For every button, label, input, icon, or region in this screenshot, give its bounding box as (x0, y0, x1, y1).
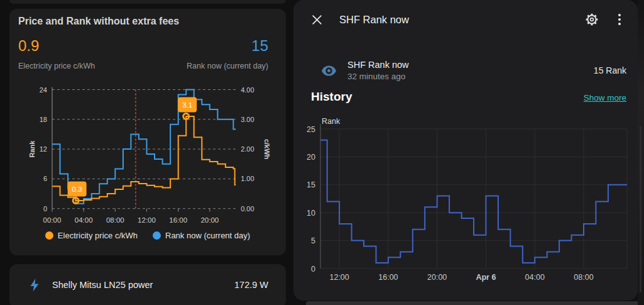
svg-text:24: 24 (40, 86, 47, 94)
svg-text:0.3: 0.3 (72, 186, 82, 193)
dashboard-screen: Price and Rank without extra fees 0.9 El… (0, 0, 644, 305)
svg-text:20:00: 20:00 (200, 216, 219, 224)
rank-now-label: Rank now (current day) (187, 62, 268, 70)
svg-text:Apr 6: Apr 6 (476, 273, 496, 282)
svg-text:20: 20 (307, 153, 315, 162)
power-entity-card[interactable]: Shelly Mitsu LN25 power 172.9 W (9, 264, 286, 305)
history-heading: History (311, 90, 352, 104)
svg-text:12:00: 12:00 (329, 273, 349, 282)
legend-item-rank[interactable]: Rank now (current day) (153, 231, 250, 240)
rank-now-value: 15 (251, 37, 268, 55)
svg-text:0: 0 (43, 205, 47, 213)
svg-text:2.00: 2.00 (241, 145, 254, 153)
legend-dot-price-icon (45, 231, 53, 240)
power-entity-row[interactable]: Shelly Mitsu LN25 power 172.9 W (9, 264, 286, 305)
svg-text:08:00: 08:00 (574, 273, 593, 282)
svg-text:c/kWh: c/kWh (263, 139, 271, 160)
svg-text:15: 15 (307, 180, 315, 189)
rank-history-chart[interactable]: 051015202512:0016:0020:00Apr 604:0008:00… (302, 116, 638, 286)
lightning-bolt-icon (28, 278, 41, 292)
close-icon[interactable] (311, 14, 323, 26)
svg-text:18: 18 (40, 116, 47, 123)
svg-text:3.00: 3.00 (241, 116, 254, 123)
entity-more-info-dialog: SHF Rank now (293, 0, 638, 301)
legend-item-price[interactable]: Electricity price c/kWh (45, 231, 138, 240)
svg-text:3.1: 3.1 (182, 101, 192, 109)
svg-text:04:00: 04:00 (75, 216, 93, 224)
card-edge-behind-dialog (306, 301, 644, 305)
gear-icon[interactable] (585, 13, 599, 26)
price-rank-card: Price and Rank without extra fees 0.9 El… (9, 9, 286, 255)
entity-state: 15 Rank (594, 65, 626, 75)
price-rank-chart[interactable]: 061218240.001.002.003.004.00Rankc/kWh00:… (9, 79, 286, 230)
svg-text:04:00: 04:00 (525, 273, 545, 282)
svg-text:00:00: 00:00 (43, 216, 62, 224)
dialog-title: SHF Rank now (339, 14, 409, 26)
svg-text:10: 10 (307, 209, 315, 218)
svg-text:4.00: 4.00 (241, 86, 254, 94)
svg-text:0.00: 0.00 (241, 205, 254, 213)
legend-dot-rank-icon (153, 231, 161, 240)
card-above-partial (9, 0, 286, 4)
legend-label-rank: Rank now (current day) (165, 231, 250, 240)
svg-text:Rank: Rank (28, 140, 36, 158)
price-now-label: Electricity price c/kWh (18, 62, 95, 70)
power-entity-name: Shelly Mitsu LN25 power (52, 280, 153, 290)
kebab-menu-icon[interactable] (618, 13, 621, 26)
show-more-link[interactable]: Show more (584, 93, 626, 103)
svg-text:12:00: 12:00 (138, 216, 156, 224)
entity-name: SHF Rank now (347, 60, 409, 70)
svg-text:12: 12 (40, 145, 47, 153)
svg-text:Rank: Rank (322, 117, 341, 126)
scrollbar[interactable] (640, 126, 641, 292)
chart-legend: Electricity price c/kWh Rank now (curren… (9, 231, 286, 240)
power-entity-value: 172.9 W (234, 280, 268, 290)
svg-text:08:00: 08:00 (106, 216, 124, 224)
legend-label-price: Electricity price c/kWh (58, 231, 138, 240)
card-title: Price and Rank without extra fees (18, 16, 179, 27)
svg-text:0: 0 (311, 265, 315, 274)
svg-text:16:00: 16:00 (169, 216, 187, 224)
dialog-header: SHF Rank now (293, 0, 638, 39)
history-section-header: History Show more (311, 90, 626, 104)
svg-text:25: 25 (307, 125, 315, 134)
svg-text:20:00: 20:00 (427, 273, 447, 282)
svg-text:1.00: 1.00 (241, 175, 254, 182)
entity-last-changed: 32 minutes ago (347, 72, 409, 81)
svg-text:16:00: 16:00 (378, 273, 398, 282)
entity-history-row[interactable]: SHF Rank now 32 minutes ago 15 Rank (320, 54, 626, 87)
svg-text:5: 5 (311, 236, 315, 245)
svg-text:6: 6 (43, 175, 47, 182)
price-now-value: 0.9 (18, 37, 39, 55)
eye-icon[interactable] (320, 62, 337, 79)
